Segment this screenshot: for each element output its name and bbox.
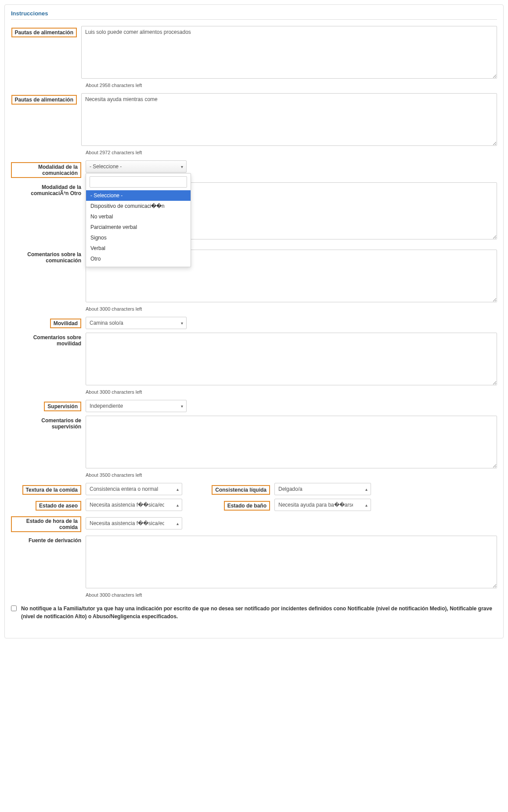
select-toileting[interactable]: Necesita asistencia f��sica/equipo ▴ <box>86 499 182 511</box>
caret-down-icon: ▾ <box>181 404 183 409</box>
textarea-mobility-comments[interactable] <box>86 333 497 385</box>
label-mobility-comments: Comentarios sobre movilidad <box>11 333 86 347</box>
charcount-supervision-comments: About 3500 characters left <box>86 472 497 478</box>
label-comm-mode-other: Modalidad de la comunicaciÃ³n Otro <box>11 182 86 196</box>
label-comm-mode: Modalidad de la comunicación <box>11 160 86 178</box>
label-mealtime: Estado de hora de la comida <box>11 515 86 532</box>
charcount-referral: About 3000 characters left <box>86 592 497 598</box>
row-mealtime: Estado de hora de la comida Necesita asi… <box>11 515 497 532</box>
option-seleccione[interactable]: - Seleccione - <box>86 190 191 201</box>
caret-up-icon: ▴ <box>177 503 179 508</box>
charcount-dietary-1: About 2958 characters left <box>86 83 497 88</box>
caret-up-icon: ▴ <box>177 487 179 492</box>
caret-up-icon: ▴ <box>177 521 179 526</box>
option-dispositivo[interactable]: Dispositivo de comunicaci��n <box>86 201 191 211</box>
row-do-not-notify: No notifique a la Familia/tutor ya que h… <box>11 605 497 620</box>
dropdown-search-input[interactable] <box>90 176 187 188</box>
label-dietary-2: Pautas de alimentación <box>11 93 81 105</box>
option-no-verbal[interactable]: No verbal <box>86 211 191 222</box>
row-mobility: Movilidad Camina solo/a ▾ <box>11 317 497 329</box>
label-bathing: Estado de baño <box>200 499 274 511</box>
caret-down-icon: ▾ <box>181 321 183 326</box>
select-liquid[interactable]: Delgado/a ▴ <box>274 483 371 495</box>
select-bathing[interactable]: Necesita ayuda para ba��arse/ducharse ▴ <box>274 499 371 511</box>
checkbox-do-not-notify[interactable] <box>11 605 17 611</box>
textarea-dietary-2[interactable]: Necesita ayuda mientras come <box>81 93 497 146</box>
option-verbal[interactable]: Verbal <box>86 243 191 254</box>
section-title: Instrucciones <box>11 10 497 20</box>
label-supervision: Supervisión <box>11 400 86 411</box>
option-parcialmente[interactable]: Parcialmente verbal <box>86 222 191 232</box>
label-toileting: Estado de aseo <box>11 499 86 511</box>
row-supervision: Supervisión Independiente ▾ <box>11 400 497 412</box>
row-food-liquid: Textura de la comida Consistencia entera… <box>11 483 497 495</box>
row-comm-mode-other: Modalidad de la comunicaciÃ³n Otro <box>11 182 497 241</box>
select-comm-mode[interactable]: - Seleccione - ▾ - Seleccione - Disposit… <box>86 160 187 173</box>
caret-down-icon: ▾ <box>181 164 183 169</box>
label-food-texture: Textura de la comida <box>11 483 86 495</box>
label-comm-comments: Comentarios sobre la comunicación <box>11 250 86 264</box>
dropdown-comm-mode: - Seleccione - Dispositivo de comunicaci… <box>86 173 191 267</box>
row-mobility-comments: Comentarios sobre movilidad <box>11 333 497 387</box>
select-food-texture[interactable]: Consistencia entera o normal ▴ <box>86 483 182 495</box>
row-dietary-guidelines-2: Pautas de alimentación Necesita ayuda mi… <box>11 93 497 147</box>
option-signos[interactable]: Signos <box>86 232 191 243</box>
label-liquid: Consistencia líquida <box>200 483 274 495</box>
row-comm-mode: Modalidad de la comunicación - Seleccion… <box>11 160 497 178</box>
charcount-dietary-2: About 2972 characters left <box>86 150 497 155</box>
label-referral: Fuente de derivación <box>11 536 86 544</box>
charcount-comm-comments: About 3000 characters left <box>86 306 497 312</box>
caret-up-icon: ▴ <box>365 503 367 508</box>
option-otro[interactable]: Otro <box>86 254 191 264</box>
label-mobility: Movilidad <box>11 317 86 328</box>
charcount-mobility-comments: About 3000 characters left <box>86 389 497 395</box>
instructions-panel: Instrucciones Pautas de alimentación <sp… <box>4 4 504 638</box>
label-supervision-comments: Comentarios de supervisión <box>11 416 86 430</box>
textarea-dietary-1[interactable]: <span class="underline">Luis</span> solo… <box>81 26 497 79</box>
row-referral: Fuente de derivación <box>11 536 497 590</box>
textarea-supervision-comments[interactable] <box>86 416 497 468</box>
select-mobility[interactable]: Camina solo/a ▾ <box>86 317 187 329</box>
row-comm-comments: Comentarios sobre la comunicación <box>11 250 497 304</box>
select-supervision[interactable]: Independiente ▾ <box>86 400 187 412</box>
row-dietary-guidelines-1: Pautas de alimentación <span class="unde… <box>11 26 497 80</box>
dropdown-options: - Seleccione - Dispositivo de comunicaci… <box>86 190 191 264</box>
label-dietary-1: Pautas de alimentación <box>11 26 81 37</box>
label-do-not-notify: No notifique a la Familia/tutor ya que h… <box>21 605 497 620</box>
select-mealtime[interactable]: Necesita asistencia f��sica/equipo ▴ <box>86 517 182 529</box>
caret-up-icon: ▴ <box>365 487 367 492</box>
row-supervision-comments: Comentarios de supervisión <box>11 416 497 470</box>
row-toileting-bathing: Estado de aseo Necesita asistencia f��si… <box>11 499 497 511</box>
textarea-referral[interactable] <box>86 536 497 588</box>
